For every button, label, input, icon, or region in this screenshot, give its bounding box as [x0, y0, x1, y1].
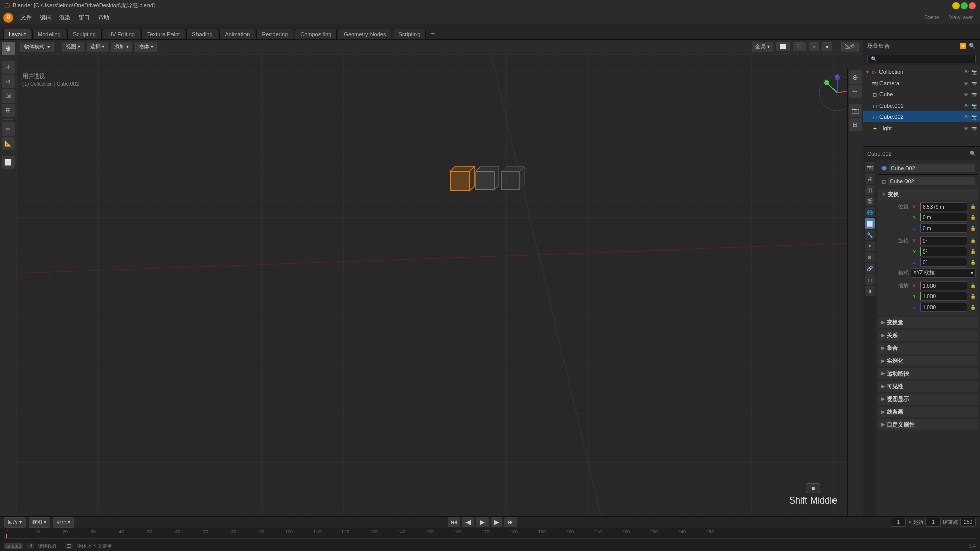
tab-shading[interactable]: Shading [186, 29, 218, 39]
tab-animation[interactable]: Animation [219, 29, 256, 39]
props-material-icon-btn[interactable]: ◑ [865, 286, 875, 296]
viewport-shading-solid[interactable]: ⬛ [793, 42, 806, 51]
global-mode[interactable]: 全局 ▾ [752, 42, 773, 52]
props-data-icon-btn[interactable]: ◻ [865, 274, 875, 285]
start-frame-field[interactable]: 1 [925, 518, 941, 527]
props-data-name[interactable]: Cube.002 [888, 177, 975, 185]
jump-end-btn[interactable]: ⏭ [504, 517, 517, 527]
cube-eye-icon[interactable]: 👁 [963, 91, 970, 98]
jump-start-btn[interactable]: ⏮ [448, 517, 460, 527]
annotate-tool[interactable]: ✏ [2, 122, 15, 136]
tab-modeling[interactable]: Modeling [32, 29, 66, 39]
tab-layout[interactable]: Layout [3, 29, 31, 39]
viewport-shading-render[interactable]: ● [822, 42, 832, 51]
scale-y-lock[interactable]: 🔒 [970, 294, 976, 299]
collection-eye-icon[interactable]: 👁 [963, 68, 970, 76]
tab-sculpting[interactable]: Sculpting [67, 29, 102, 39]
position-z-lock[interactable]: 🔒 [970, 226, 976, 231]
menu-window[interactable]: 窗口 [76, 13, 93, 22]
tab-uv-editing[interactable]: UV Editing [103, 29, 140, 39]
rotation-x-field[interactable]: 0° [920, 236, 967, 245]
transform-section-header[interactable]: ▼ 变换 [878, 189, 978, 200]
light-eye-icon[interactable]: 👁 [963, 124, 970, 132]
props-modifier-icon-btn[interactable]: 🔧 [865, 230, 875, 240]
motion-path-header[interactable]: ▶ 运动路径 [878, 368, 978, 379]
rotation-z-lock[interactable]: 🔒 [970, 260, 976, 265]
rotation-x-lock[interactable]: 🔒 [970, 238, 976, 243]
minimize-button[interactable] [952, 2, 960, 9]
move-tool[interactable]: ✛ [2, 61, 15, 74]
cube002-render-icon[interactable]: 📷 [971, 113, 978, 120]
properties-search-icon[interactable]: 🔍 [970, 151, 976, 156]
transform-tool[interactable]: ⊞ [2, 104, 15, 117]
add-cube-tool[interactable]: ⬜ [2, 156, 15, 169]
collection-render-icon[interactable]: 📷 [971, 68, 978, 76]
light-render-icon[interactable]: 📷 [971, 124, 978, 132]
outliner-item-cube002[interactable]: ◻ Cube.002 👁 📷 [863, 111, 980, 122]
viewport-shading-material[interactable]: ○ [809, 42, 819, 51]
relations-header[interactable]: ▶ 关系 [878, 330, 978, 341]
position-x-field[interactable]: 6.5379 m [920, 202, 967, 211]
cube001-eye-icon[interactable]: 👁 [963, 102, 970, 109]
props-particles-icon-btn[interactable]: ✦ [865, 241, 875, 251]
next-frame-btn[interactable]: ▶ [491, 517, 502, 527]
toggle-grid[interactable]: ⊞ [849, 118, 862, 131]
position-y-field[interactable]: 0 m [920, 213, 967, 222]
cube-render-icon[interactable]: 📷 [971, 91, 978, 98]
menu-render[interactable]: 渲染 [56, 13, 74, 22]
viewport-shading-wire[interactable]: ⬜ [776, 42, 790, 51]
tab-texture-paint[interactable]: Texture Paint [141, 29, 185, 39]
timeline-view-btn[interactable]: 视图 ▾ [29, 517, 50, 528]
scale-x-lock[interactable]: 🔒 [970, 283, 976, 288]
selection-mode[interactable]: 选择 [841, 42, 859, 52]
viewport-display-header[interactable]: ▶ 视图显示 [878, 394, 978, 405]
outliner-item-collection[interactable]: ▼ ▷ Collection 👁 📷 [863, 66, 980, 78]
tab-rendering[interactable]: Rendering [256, 29, 293, 39]
props-render-icon-btn[interactable]: 📷 [865, 162, 875, 172]
prev-frame-btn[interactable]: ◀ [462, 517, 474, 527]
position-y-lock[interactable]: 🔒 [970, 215, 976, 220]
tab-scripting[interactable]: Scripting [393, 29, 426, 39]
toggle-camera[interactable]: 📷 [849, 104, 862, 117]
timeline-ruler[interactable]: 1 10 20 30 40 50 60 70 80 90 100 110 120… [0, 528, 980, 541]
current-frame-field[interactable]: 1 [891, 518, 906, 527]
end-frame-field[interactable]: 250 [960, 518, 976, 527]
collections-header[interactable]: ▶ 集合 [878, 343, 978, 354]
outliner-item-light[interactable]: ☀ Light 👁 📷 [863, 122, 980, 134]
transform-extra-header[interactable]: ▶ 变换量 [878, 317, 978, 328]
viewport-mode-selector[interactable]: 物体模式 ▾ [20, 42, 54, 52]
cursor-tool[interactable]: ⊕ [2, 42, 15, 55]
select-menu[interactable]: 选择 ▾ [87, 42, 108, 52]
visibility-header[interactable]: ▶ 可见性 [878, 381, 978, 392]
rotation-y-field[interactable]: 0° [920, 247, 967, 256]
menu-help[interactable]: 帮助 [95, 13, 112, 22]
instancing-header[interactable]: ▶ 实例化 [878, 356, 978, 366]
scale-z-lock[interactable]: 🔒 [970, 305, 976, 310]
scale-tool[interactable]: ⇲ [2, 89, 15, 103]
view-menu[interactable]: 视图 ▾ [62, 42, 84, 52]
props-physics-icon-btn[interactable]: ⚙ [865, 252, 875, 262]
camera-render-icon[interactable]: 📷 [971, 80, 978, 87]
scale-y-field[interactable]: 1.000 [920, 292, 967, 301]
tab-geometry-nodes[interactable]: Geometry Nodes [338, 29, 391, 39]
outliner-search-icon[interactable]: 🔍 [969, 43, 976, 49]
scale-x-field[interactable]: 1.000 [920, 281, 967, 290]
rotate-tool[interactable]: ↺ [2, 75, 15, 88]
cube002-eye-icon[interactable]: 👁 [963, 113, 970, 120]
viewport-area[interactable]: 物体模式 ▾ 视图 ▾ 选择 ▾ 添加 ▾ 物体 ▾ 全局 ▾ ⬜ ⬛ ○ ● … [16, 40, 863, 527]
props-view-layer-icon-btn[interactable]: ◫ [865, 185, 875, 195]
props-constraints-icon-btn[interactable]: 🔗 [865, 263, 875, 273]
props-scene-icon-btn[interactable]: 🎬 [865, 196, 875, 206]
maximize-button[interactable] [961, 2, 968, 9]
tab-compositing[interactable]: Compositing [295, 29, 337, 39]
position-x-lock[interactable]: 🔒 [970, 204, 976, 209]
outliner-item-cube[interactable]: ◻ Cube 👁 📷 [863, 89, 980, 100]
props-output-icon-btn[interactable]: 🖨 [865, 173, 875, 184]
zoom-in[interactable]: ↔ [849, 85, 862, 98]
props-object-icon-btn[interactable]: ⬜ [865, 218, 875, 229]
add-workspace-button[interactable]: + [427, 27, 439, 39]
menu-file[interactable]: 文件 [17, 13, 35, 22]
outliner-filter-icon[interactable]: 🔽 [960, 43, 967, 49]
add-menu[interactable]: 添加 ▾ [111, 42, 132, 52]
props-world-icon-btn[interactable]: 🌐 [865, 207, 875, 217]
